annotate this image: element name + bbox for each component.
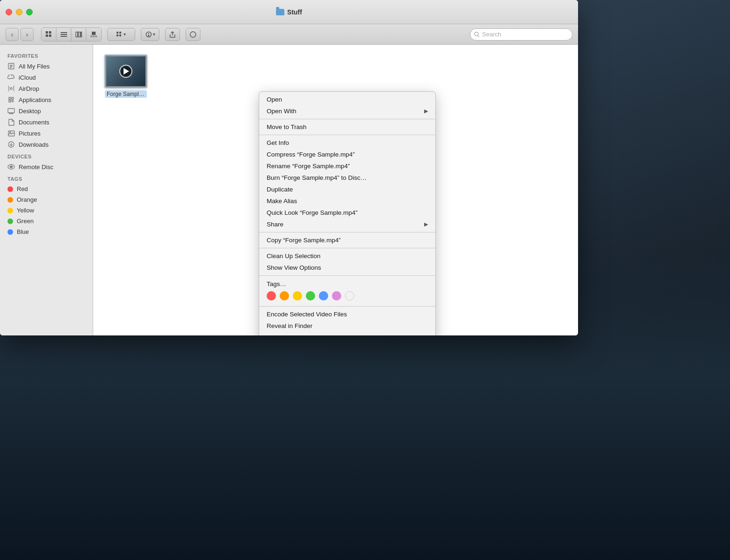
menu-item-encode-video[interactable]: Encode Selected Video Files <box>259 308 435 320</box>
svg-point-40 <box>11 166 12 167</box>
file-name-label: Forge Sample.m <box>105 90 147 98</box>
applications-label: Applications <box>19 96 51 103</box>
forward-button[interactable]: › <box>21 28 34 41</box>
tag-dot-green[interactable] <box>306 291 315 300</box>
menu-item-hide-hider[interactable]: Hide files with Hider 2 <box>259 332 435 335</box>
separator-6 <box>259 306 435 307</box>
sidebar-item-documents[interactable]: Documents <box>0 116 93 128</box>
devices-title: Devices <box>0 150 93 161</box>
column-view-button[interactable] <box>71 28 86 41</box>
menu-item-get-info[interactable]: Get Info <box>259 137 435 149</box>
menu-item-compress[interactable]: Compress “Forge Sample.mp4” <box>259 149 435 160</box>
svg-rect-1 <box>49 31 51 34</box>
main-content: Favorites All My Files iCloud AirDrop <box>0 45 578 335</box>
sidebar-item-icloud[interactable]: iCloud <box>0 72 93 83</box>
menu-item-quick-look[interactable]: Quick Look “Forge Sample.mp4” <box>259 207 435 219</box>
remote-disc-icon <box>7 163 15 171</box>
sidebar-item-airdrop[interactable]: AirDrop <box>0 83 93 94</box>
separator-1 <box>259 119 435 119</box>
file-item-forge-sample[interactable]: Forge Sample.m <box>103 54 149 98</box>
menu-item-move-to-trash[interactable]: Move to Trash <box>259 121 435 133</box>
tags-menu-label[interactable]: Tags… <box>267 280 428 287</box>
menu-item-open-with[interactable]: Open With ▶ <box>259 105 435 117</box>
tag-button[interactable] <box>186 28 200 41</box>
icon-view-button[interactable] <box>41 28 56 41</box>
separator-2 <box>259 135 435 135</box>
airdrop-label: AirDrop <box>19 85 39 92</box>
tag-orange-dot <box>7 197 13 203</box>
svg-rect-9 <box>81 32 82 37</box>
tag-dot-yellow[interactable] <box>293 291 302 300</box>
svg-rect-14 <box>117 32 118 34</box>
menu-item-clean-up[interactable]: Clean Up Selection <box>259 250 435 262</box>
menu-item-rename[interactable]: Rename “Forge Sample.mp4” <box>259 160 435 172</box>
view-buttons <box>41 27 102 41</box>
desktop-label: Desktop <box>19 108 41 115</box>
svg-rect-11 <box>90 35 92 37</box>
icloud-icon <box>7 74 15 81</box>
downloads-icon <box>7 141 15 148</box>
arrange-dropdown[interactable]: ▾ <box>107 28 135 41</box>
menu-item-show-view-options[interactable]: Show View Options <box>259 262 435 273</box>
sidebar-item-downloads[interactable]: Downloads <box>0 139 93 150</box>
icloud-label: iCloud <box>19 74 36 81</box>
svg-rect-13 <box>95 35 97 37</box>
menu-item-copy[interactable]: Copy “Forge Sample.mp4” <box>259 234 435 246</box>
svg-rect-2 <box>46 34 48 37</box>
sidebar-item-applications[interactable]: Applications <box>0 94 93 105</box>
share-button[interactable] <box>165 28 180 41</box>
tags-title: Tags <box>0 172 93 184</box>
tag-red-label: Red <box>17 185 28 192</box>
tag-dot-red[interactable] <box>267 291 276 300</box>
folder-icon <box>276 9 284 15</box>
finder-window: Stuff ‹ › ▾ ▾ <box>0 0 578 335</box>
tag-dot-purple[interactable] <box>332 291 341 300</box>
svg-rect-17 <box>119 34 121 36</box>
sidebar-item-tag-red[interactable]: Red <box>0 184 93 194</box>
svg-rect-12 <box>93 35 95 37</box>
svg-rect-7 <box>76 32 77 37</box>
svg-rect-10 <box>92 32 96 35</box>
menu-item-burn[interactable]: Burn “Forge Sample.mp4” to Disc… <box>259 172 435 184</box>
sidebar-item-desktop[interactable]: Desktop <box>0 105 93 116</box>
tag-green-label: Green <box>17 218 34 225</box>
back-button[interactable]: ‹ <box>6 28 19 41</box>
svg-rect-16 <box>117 34 118 36</box>
search-placeholder[interactable]: Search <box>482 31 501 38</box>
list-view-button[interactable] <box>56 28 71 41</box>
tag-dot-orange[interactable] <box>280 291 289 300</box>
airdrop-icon <box>7 85 15 92</box>
tag-dot-gray[interactable] <box>345 291 354 300</box>
sidebar-item-pictures[interactable]: Pictures <box>0 128 93 139</box>
file-selection-highlight <box>104 54 148 89</box>
svg-point-23 <box>475 32 478 36</box>
action-button[interactable]: ▾ <box>141 28 159 41</box>
tag-dot-blue[interactable] <box>319 291 328 300</box>
window-title-area: Stuff <box>276 8 302 16</box>
menu-item-duplicate[interactable]: Duplicate <box>259 184 435 195</box>
title-bar: Stuff <box>0 0 578 24</box>
sidebar-item-remote-disc[interactable]: Remote Disc <box>0 161 93 172</box>
nav-buttons: ‹ › <box>6 28 34 41</box>
sidebar-item-tag-blue[interactable]: Blue <box>0 226 93 237</box>
menu-item-share[interactable]: Share ▶ <box>259 219 435 230</box>
documents-label: Documents <box>19 119 49 126</box>
toolbar: ‹ › ▾ ▾ <box>0 24 578 45</box>
cover-flow-button[interactable] <box>86 28 101 41</box>
tags-section: Tags… <box>259 278 435 304</box>
svg-point-22 <box>190 32 196 37</box>
svg-point-29 <box>10 88 12 89</box>
minimize-button[interactable] <box>16 9 22 15</box>
sidebar-item-tag-yellow[interactable]: Yellow <box>0 205 93 216</box>
traffic-lights <box>6 9 33 15</box>
pictures-label: Pictures <box>19 130 41 137</box>
sidebar-item-tag-orange[interactable]: Orange <box>0 194 93 205</box>
sidebar-item-tag-green[interactable]: Green <box>0 216 93 226</box>
menu-item-reveal-finder[interactable]: Reveal in Finder <box>259 320 435 332</box>
file-area[interactable]: Forge Sample.m Open Open With ▶ Move to … <box>93 45 578 335</box>
sidebar-item-all-my-files[interactable]: All My Files <box>0 61 93 72</box>
menu-item-make-alias[interactable]: Make Alias <box>259 195 435 207</box>
maximize-button[interactable] <box>26 9 33 15</box>
menu-item-open[interactable]: Open <box>259 94 435 105</box>
close-button[interactable] <box>6 9 12 15</box>
